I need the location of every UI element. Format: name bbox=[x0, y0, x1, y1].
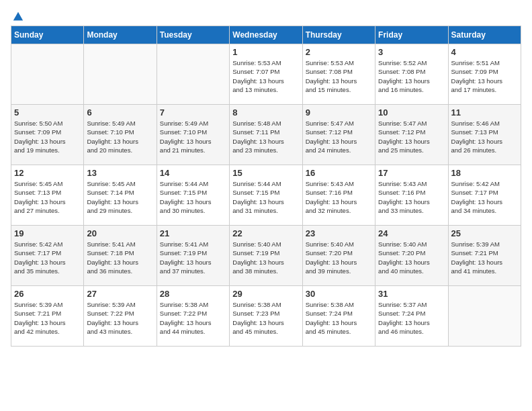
calendar-cell: 29Sunrise: 5:38 AM Sunset: 7:23 PM Dayli… bbox=[230, 286, 302, 347]
day-info: Sunrise: 5:38 AM Sunset: 7:22 PM Dayligh… bbox=[160, 300, 226, 336]
calendar-cell: 11Sunrise: 5:46 AM Sunset: 7:13 PM Dayli… bbox=[448, 105, 521, 165]
day-number: 18 bbox=[451, 168, 518, 178]
calendar-cell: 28Sunrise: 5:38 AM Sunset: 7:22 PM Dayli… bbox=[157, 286, 229, 347]
day-number: 14 bbox=[160, 168, 226, 178]
calendar-cell: 9Sunrise: 5:47 AM Sunset: 7:12 PM Daylig… bbox=[302, 105, 375, 165]
day-number: 27 bbox=[87, 289, 153, 299]
day-info: Sunrise: 5:40 AM Sunset: 7:19 PM Dayligh… bbox=[232, 240, 299, 275]
calendar-cell: 15Sunrise: 5:44 AM Sunset: 7:15 PM Dayli… bbox=[230, 165, 302, 226]
day-info: Sunrise: 5:51 AM Sunset: 7:09 PM Dayligh… bbox=[451, 58, 518, 94]
day-number: 31 bbox=[378, 289, 445, 299]
calendar-cell: 16Sunrise: 5:43 AM Sunset: 7:16 PM Dayli… bbox=[302, 165, 375, 226]
calendar-cell bbox=[84, 44, 157, 105]
calendar-cell: 8Sunrise: 5:48 AM Sunset: 7:11 PM Daylig… bbox=[230, 105, 302, 165]
day-number: 28 bbox=[160, 289, 226, 299]
calendar-cell bbox=[157, 44, 229, 105]
day-info: Sunrise: 5:39 AM Sunset: 7:21 PM Dayligh… bbox=[451, 240, 518, 275]
calendar-cell bbox=[448, 286, 521, 347]
day-info: Sunrise: 5:45 AM Sunset: 7:14 PM Dayligh… bbox=[87, 179, 153, 215]
day-info: Sunrise: 5:43 AM Sunset: 7:16 PM Dayligh… bbox=[378, 179, 445, 215]
day-number: 21 bbox=[160, 228, 226, 238]
day-info: Sunrise: 5:37 AM Sunset: 7:24 PM Dayligh… bbox=[378, 300, 445, 336]
day-number: 23 bbox=[306, 228, 372, 238]
calendar-cell: 18Sunrise: 5:42 AM Sunset: 7:17 PM Dayli… bbox=[448, 165, 521, 226]
calendar-cell bbox=[11, 44, 84, 105]
day-header-monday: Monday bbox=[84, 26, 157, 44]
day-header-friday: Friday bbox=[375, 26, 448, 44]
day-info: Sunrise: 5:46 AM Sunset: 7:13 PM Dayligh… bbox=[451, 119, 518, 154]
day-info: Sunrise: 5:39 AM Sunset: 7:22 PM Dayligh… bbox=[87, 300, 153, 336]
day-number: 25 bbox=[451, 228, 518, 238]
day-header-tuesday: Tuesday bbox=[157, 26, 229, 44]
header bbox=[11, 11, 521, 20]
calendar-cell: 31Sunrise: 5:37 AM Sunset: 7:24 PM Dayli… bbox=[375, 286, 448, 347]
day-header-saturday: Saturday bbox=[448, 26, 521, 44]
calendar-table: SundayMondayTuesdayWednesdayThursdayFrid… bbox=[11, 26, 521, 347]
day-info: Sunrise: 5:40 AM Sunset: 7:20 PM Dayligh… bbox=[306, 240, 372, 275]
day-number: 4 bbox=[451, 47, 518, 57]
day-info: Sunrise: 5:44 AM Sunset: 7:15 PM Dayligh… bbox=[232, 179, 299, 215]
day-info: Sunrise: 5:53 AM Sunset: 7:08 PM Dayligh… bbox=[306, 58, 372, 94]
day-number: 7 bbox=[160, 107, 226, 118]
day-info: Sunrise: 5:47 AM Sunset: 7:12 PM Dayligh… bbox=[378, 119, 445, 154]
day-number: 22 bbox=[232, 228, 299, 238]
calendar-cell: 1Sunrise: 5:53 AM Sunset: 7:07 PM Daylig… bbox=[230, 44, 302, 105]
calendar-cell: 21Sunrise: 5:41 AM Sunset: 7:19 PM Dayli… bbox=[157, 226, 229, 286]
calendar-cell: 12Sunrise: 5:45 AM Sunset: 7:13 PM Dayli… bbox=[11, 165, 84, 226]
day-info: Sunrise: 5:42 AM Sunset: 7:17 PM Dayligh… bbox=[451, 179, 518, 215]
day-info: Sunrise: 5:42 AM Sunset: 7:17 PM Dayligh… bbox=[14, 240, 81, 275]
calendar-cell: 19Sunrise: 5:42 AM Sunset: 7:17 PM Dayli… bbox=[11, 226, 84, 286]
day-number: 5 bbox=[14, 107, 81, 118]
day-info: Sunrise: 5:38 AM Sunset: 7:23 PM Dayligh… bbox=[232, 300, 299, 336]
day-info: Sunrise: 5:45 AM Sunset: 7:13 PM Dayligh… bbox=[14, 179, 81, 215]
day-header-sunday: Sunday bbox=[11, 26, 84, 44]
calendar-cell: 27Sunrise: 5:39 AM Sunset: 7:22 PM Dayli… bbox=[84, 286, 157, 347]
calendar-cell: 14Sunrise: 5:44 AM Sunset: 7:15 PM Dayli… bbox=[157, 165, 229, 226]
calendar-cell: 25Sunrise: 5:39 AM Sunset: 7:21 PM Dayli… bbox=[448, 226, 521, 286]
calendar-cell: 4Sunrise: 5:51 AM Sunset: 7:09 PM Daylig… bbox=[448, 44, 521, 105]
day-info: Sunrise: 5:50 AM Sunset: 7:09 PM Dayligh… bbox=[14, 119, 81, 154]
day-info: Sunrise: 5:39 AM Sunset: 7:21 PM Dayligh… bbox=[14, 300, 81, 336]
day-number: 26 bbox=[14, 289, 81, 299]
day-info: Sunrise: 5:47 AM Sunset: 7:12 PM Dayligh… bbox=[306, 119, 372, 154]
calendar-cell: 17Sunrise: 5:43 AM Sunset: 7:16 PM Dayli… bbox=[375, 165, 448, 226]
day-number: 15 bbox=[232, 168, 299, 178]
calendar-cell: 23Sunrise: 5:40 AM Sunset: 7:20 PM Dayli… bbox=[302, 226, 375, 286]
logo-icon bbox=[12, 11, 24, 23]
day-info: Sunrise: 5:43 AM Sunset: 7:16 PM Dayligh… bbox=[306, 179, 372, 215]
calendar-cell: 10Sunrise: 5:47 AM Sunset: 7:12 PM Dayli… bbox=[375, 105, 448, 165]
day-number: 30 bbox=[306, 289, 372, 299]
day-number: 6 bbox=[87, 107, 153, 118]
day-info: Sunrise: 5:49 AM Sunset: 7:10 PM Dayligh… bbox=[160, 119, 226, 154]
day-number: 10 bbox=[378, 107, 445, 118]
day-number: 2 bbox=[306, 47, 372, 57]
day-info: Sunrise: 5:41 AM Sunset: 7:18 PM Dayligh… bbox=[87, 240, 153, 275]
svg-marker-0 bbox=[13, 12, 23, 21]
calendar-cell: 26Sunrise: 5:39 AM Sunset: 7:21 PM Dayli… bbox=[11, 286, 84, 347]
day-number: 24 bbox=[378, 228, 445, 238]
day-header-thursday: Thursday bbox=[302, 26, 375, 44]
day-number: 20 bbox=[87, 228, 153, 238]
day-number: 17 bbox=[378, 168, 445, 178]
day-number: 8 bbox=[232, 107, 299, 118]
day-info: Sunrise: 5:53 AM Sunset: 7:07 PM Dayligh… bbox=[232, 58, 299, 94]
day-number: 3 bbox=[378, 47, 445, 57]
day-number: 19 bbox=[14, 228, 81, 238]
calendar-cell: 6Sunrise: 5:49 AM Sunset: 7:10 PM Daylig… bbox=[84, 105, 157, 165]
day-number: 29 bbox=[232, 289, 299, 299]
day-info: Sunrise: 5:48 AM Sunset: 7:11 PM Dayligh… bbox=[232, 119, 299, 154]
day-info: Sunrise: 5:40 AM Sunset: 7:20 PM Dayligh… bbox=[378, 240, 445, 275]
day-number: 1 bbox=[232, 47, 299, 57]
day-header-wednesday: Wednesday bbox=[230, 26, 302, 44]
calendar-cell: 3Sunrise: 5:52 AM Sunset: 7:08 PM Daylig… bbox=[375, 44, 448, 105]
day-number: 11 bbox=[451, 107, 518, 118]
logo bbox=[11, 11, 24, 20]
day-info: Sunrise: 5:52 AM Sunset: 7:08 PM Dayligh… bbox=[378, 58, 445, 94]
day-info: Sunrise: 5:44 AM Sunset: 7:15 PM Dayligh… bbox=[160, 179, 226, 215]
day-number: 9 bbox=[306, 107, 372, 118]
calendar-cell: 13Sunrise: 5:45 AM Sunset: 7:14 PM Dayli… bbox=[84, 165, 157, 226]
calendar-cell: 20Sunrise: 5:41 AM Sunset: 7:18 PM Dayli… bbox=[84, 226, 157, 286]
day-number: 16 bbox=[306, 168, 372, 178]
calendar-cell: 24Sunrise: 5:40 AM Sunset: 7:20 PM Dayli… bbox=[375, 226, 448, 286]
day-info: Sunrise: 5:41 AM Sunset: 7:19 PM Dayligh… bbox=[160, 240, 226, 275]
